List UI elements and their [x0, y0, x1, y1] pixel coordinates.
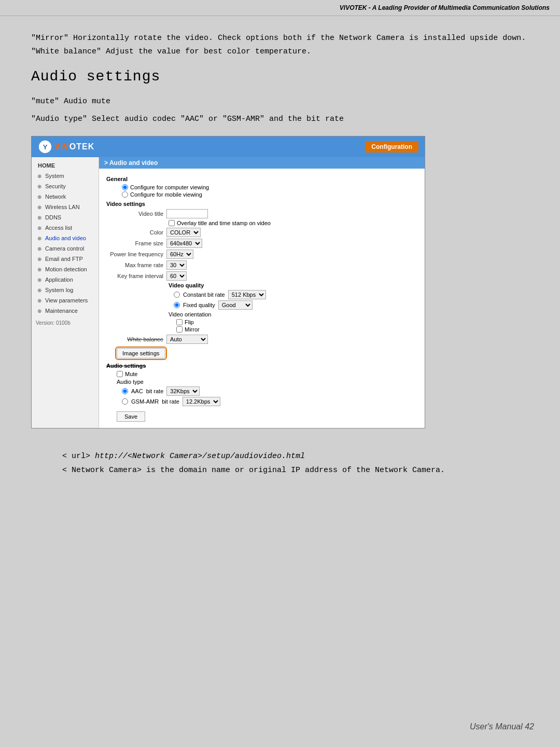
frame-size-select[interactable]: 640x480 320x240: [166, 239, 202, 248]
video-orientation-section: Video orientation Flip Mirror: [169, 311, 417, 333]
expand-icon-application: ⊕: [36, 276, 43, 283]
color-select[interactable]: COLOR B/W: [166, 228, 201, 237]
expand-icon-email: ⊕: [36, 255, 43, 262]
fixed-quality-radio[interactable]: [174, 302, 180, 308]
gsm-radio[interactable]: [122, 398, 128, 405]
panel-title: >: [104, 159, 109, 167]
vivotek-text: VIVOTEK: [54, 142, 94, 151]
sidebar-version: Version: 0100b: [32, 316, 99, 328]
aac-radio[interactable]: [122, 388, 128, 394]
mute-checkbox[interactable]: [117, 371, 123, 377]
sidebar-item-email[interactable]: ⊕ Email and FTP: [32, 254, 99, 264]
sidebar-item-application[interactable]: ⊕ Application: [32, 274, 99, 285]
sidebar-home[interactable]: HOME: [32, 160, 99, 171]
sidebar-item-wireless[interactable]: ⊕ Wireless LAN: [32, 202, 99, 212]
expand-icon-syslog: ⊕: [36, 286, 43, 294]
expand-icon-viewparams: ⊕: [36, 297, 43, 304]
sidebar-item-motion[interactable]: ⊕ Motion detection: [32, 264, 99, 274]
constant-bit-rate-select[interactable]: 512 Kbps 256 Kbps: [228, 290, 266, 299]
sidebar-item-viewparams[interactable]: ⊕ View parameters: [32, 295, 99, 306]
sidebar-label-network: Network: [45, 193, 66, 200]
video-orientation-label: Video orientation: [169, 311, 417, 317]
flip-option: Flip: [176, 319, 417, 325]
general-label: General: [106, 176, 417, 182]
mute-row: Mute: [117, 371, 417, 377]
footer-network-camera-desc: < Network Camera> is the domain name or …: [62, 463, 498, 477]
gsm-row: GSM-AMR bit rate 12.2Kbps 10.2Kbps: [122, 397, 417, 406]
sidebar-item-syslog[interactable]: ⊕ System log: [32, 285, 99, 295]
fixed-quality-option: Fixed quality Good Medium: [174, 300, 417, 310]
sidebar-item-system[interactable]: ⊕ System: [32, 171, 99, 181]
vivotek-logo: Y VIVOTEK: [38, 140, 94, 154]
sidebar-item-audio-video[interactable]: ⊕ Audio and video: [32, 233, 99, 243]
svg-text:Y: Y: [43, 143, 48, 151]
overlay-checkbox[interactable]: [169, 220, 175, 226]
header-title: VIVOTEK - A Leading Provider of Multimed…: [340, 4, 550, 11]
constant-bit-rate-radio[interactable]: [174, 292, 180, 298]
white-balance-text: "White balance" Adjust the value for bes…: [31, 45, 529, 59]
aac-bit-rate-select[interactable]: 32Kbps 64Kbps: [166, 386, 200, 396]
sidebar-item-ddns[interactable]: ⊕ DDNS: [32, 212, 99, 223]
key-frame-select[interactable]: 60 30: [166, 271, 187, 281]
max-frame-select[interactable]: 30 15: [166, 260, 187, 270]
save-button[interactable]: Save: [117, 411, 145, 422]
fixed-quality-label: Fixed quality: [183, 302, 215, 308]
image-settings-button[interactable]: Image settings: [117, 348, 165, 358]
expand-icon-motion: ⊕: [36, 266, 43, 273]
header-bar: VIVOTEK - A Leading Provider of Multimed…: [0, 0, 560, 16]
configure-computer-option[interactable]: Configure for computer viewing: [122, 184, 417, 190]
color-row: Color COLOR B/W: [106, 228, 417, 237]
expand-icon-system: ⊕: [36, 172, 43, 179]
overlay-label: Overlay title and time stamp on video: [177, 220, 271, 226]
key-frame-label: Key frame interval: [106, 273, 163, 279]
sidebar-label-syslog: System log: [45, 287, 73, 293]
power-line-label: Power line frequency: [106, 251, 163, 257]
white-balance-select[interactable]: Auto Manual: [166, 335, 208, 344]
configure-mobile-option[interactable]: Configure for mobile viewing: [122, 191, 417, 198]
intro-section: "Mirror" Horizontally rotate the video. …: [31, 32, 529, 58]
frame-size-row: Frame size 640x480 320x240: [106, 239, 417, 248]
panel-title-text: Audio and video: [109, 159, 158, 167]
mirror-checkbox[interactable]: [176, 326, 183, 333]
video-quality-label: Video quality: [169, 282, 417, 288]
image-settings-container: Image settings: [106, 346, 417, 361]
video-settings-label: Video settings: [106, 201, 417, 207]
configure-mobile-radio[interactable]: [122, 191, 128, 198]
configuration-button[interactable]: Configuration: [365, 141, 418, 153]
sidebar-item-network[interactable]: ⊕ Network: [32, 191, 99, 202]
url-prefix: < url>: [62, 452, 90, 461]
gsm-bit-rate-label: bit rate: [162, 398, 179, 405]
sidebar-label-access: Access list: [45, 225, 72, 231]
expand-icon-access: ⊕: [36, 224, 43, 231]
audio-settings-label: Audio settings: [106, 363, 417, 369]
mirror-label: Mirror: [185, 326, 200, 333]
ui-screenshot: Y VIVOTEK Configuration HOME ⊕ System ⊕ …: [31, 136, 425, 428]
configure-computer-label: Configure for computer viewing: [130, 184, 209, 190]
sidebar-label-maintenance: Maintenance: [45, 308, 78, 314]
power-line-select[interactable]: 60Hz 50Hz: [166, 250, 193, 259]
white-balance-row: White balance Auto Manual: [106, 335, 417, 344]
sidebar-item-access[interactable]: ⊕ Access list: [32, 223, 99, 233]
fixed-quality-select[interactable]: Good Medium: [218, 300, 253, 310]
expand-icon-maintenance: ⊕: [36, 307, 43, 314]
constant-bit-rate-option: Constant bit rate 512 Kbps 256 Kbps: [174, 290, 417, 299]
panel-content: General Configure for computer viewing C…: [99, 169, 425, 428]
video-title-label: Video title: [106, 211, 163, 217]
flip-checkbox[interactable]: [176, 319, 183, 325]
sidebar-label-system: System: [45, 173, 64, 179]
main-panel: > Audio and video General Configure for …: [99, 157, 425, 428]
sidebar-label-motion: Motion detection: [45, 266, 87, 272]
sidebar-item-security[interactable]: ⊕ Security: [32, 181, 99, 191]
sidebar-item-camera[interactable]: ⊕ Camera control: [32, 243, 99, 254]
mute-label: Mute: [125, 371, 137, 377]
gsm-bit-rate-select[interactable]: 12.2Kbps 10.2Kbps: [183, 397, 220, 406]
video-title-input[interactable]: [166, 209, 208, 218]
panel-title-bar: > Audio and video: [99, 157, 425, 169]
sidebar-item-maintenance[interactable]: ⊕ Maintenance: [32, 306, 99, 316]
expand-icon-audio-video: ⊕: [36, 234, 43, 242]
sidebar-label-viewparams: View parameters: [45, 297, 88, 303]
overlay-row: Overlay title and time stamp on video: [169, 220, 417, 226]
audio-type-label: Audio type: [117, 379, 417, 385]
configure-computer-radio[interactable]: [122, 184, 128, 190]
mirror-text: "Mirror" Horizontally rotate the video. …: [31, 32, 529, 45]
